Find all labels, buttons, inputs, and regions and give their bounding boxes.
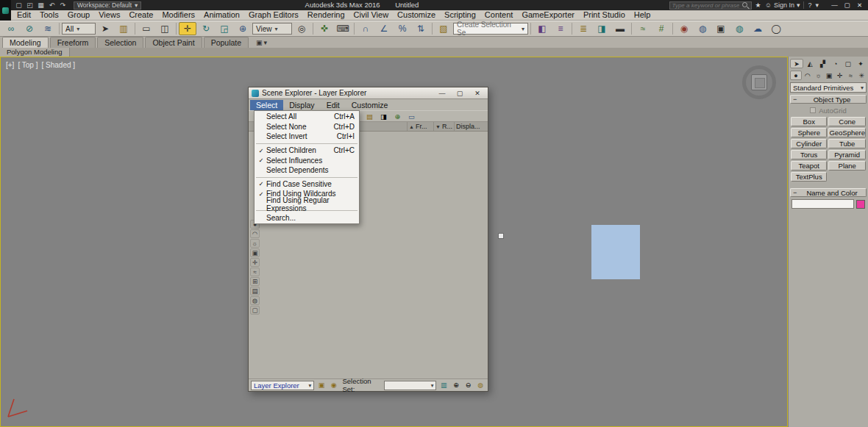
name-color-rollout-header[interactable]: − Name and Color	[790, 188, 867, 197]
menu-gameexporter[interactable]: GameExporter	[517, 10, 579, 20]
menu-help[interactable]: Help	[630, 10, 655, 20]
menu-item-search[interactable]: Search...	[255, 212, 359, 223]
explorer-mode-dropdown[interactable]: Layer Explorer ▾	[251, 381, 314, 390]
explorer-minimize-button[interactable]: —	[435, 90, 449, 97]
explorer-menu-select[interactable]: Select	[250, 100, 283, 110]
button-plane[interactable]: Plane	[828, 161, 866, 171]
named-selection-sets-dropdown[interactable]: Create Selection Se ▾	[453, 23, 528, 35]
new-scene-explorer-icon[interactable]: ▣	[316, 381, 327, 390]
render-in-cloud-icon[interactable]: ☁	[749, 22, 766, 35]
select-and-link-icon[interactable]: ∞	[2, 22, 20, 35]
use-pivot-center-icon[interactable]: ◎	[293, 22, 310, 35]
button-tube[interactable]: Tube	[828, 139, 866, 148]
angle-snap-icon[interactable]: ∠	[375, 22, 393, 35]
render-setup-icon[interactable]: ◍	[694, 22, 711, 35]
menu-scripting[interactable]: Scripting	[440, 10, 480, 20]
curve-editor-icon[interactable]: ≈	[634, 22, 652, 35]
select-and-rotate-icon[interactable]: ↻	[197, 22, 215, 35]
tab-object-paint[interactable]: Object Paint	[145, 37, 202, 48]
add-to-set-icon[interactable]: ⊕	[451, 381, 461, 390]
explorer-close-button[interactable]: ✕	[470, 90, 485, 97]
collapse-all-icon[interactable]: ⊕	[392, 112, 403, 121]
ribbon-config-button[interactable]: ▣ ▾	[256, 39, 267, 48]
menu-item-select-children[interactable]: ✓ Select Children Ctrl+C	[255, 146, 359, 156]
tab-create-icon[interactable]: ➤	[790, 59, 803, 68]
button-teapot[interactable]: Teapot	[791, 161, 827, 171]
select-and-scale-icon[interactable]: ◲	[216, 22, 233, 35]
viewport-pov-menu[interactable]: [ Top ]	[18, 61, 38, 69]
favorites-star-icon[interactable]: ★	[755, 1, 761, 9]
filter-shapes-icon[interactable]: ◠	[250, 229, 260, 238]
spinner-snap-icon[interactable]: ⇅	[412, 22, 430, 35]
expand-all-icon[interactable]: ◨	[378, 112, 389, 121]
object-type-rollout-header[interactable]: − Object Type	[790, 95, 867, 104]
filter-bones-icon[interactable]: ▢	[250, 306, 260, 315]
selection-set-dropdown[interactable]: ▾	[384, 381, 437, 390]
maximize-button[interactable]: ▢	[841, 0, 853, 10]
open-gallery-icon[interactable]: ◯	[767, 22, 785, 35]
menu-print-studio[interactable]: Print Studio	[579, 10, 630, 20]
button-pyramid[interactable]: Pyramid	[828, 150, 866, 159]
primitives-category-dropdown[interactable]: Standard Primitives ▾	[790, 82, 867, 93]
undo-icon[interactable]: ↶	[47, 1, 57, 10]
edit-named-sets-icon[interactable]: ▧	[435, 22, 452, 35]
select-and-place-icon[interactable]: ⊕	[234, 22, 252, 35]
menu-item-select-invert[interactable]: Select Invert Ctrl+I	[255, 132, 359, 142]
bind-to-space-warp-icon[interactable]: ≋	[39, 22, 57, 35]
sign-in-button[interactable]: ☺ Sign In ▾	[765, 1, 800, 9]
column-render[interactable]: ▼ R...	[433, 122, 454, 131]
select-by-name-icon[interactable]: ▥	[115, 22, 132, 35]
menu-edit[interactable]: Edit	[13, 10, 35, 20]
search-icon[interactable]	[741, 1, 749, 9]
material-editor-icon[interactable]: ◉	[675, 22, 693, 35]
button-textplus[interactable]: TextPlus	[791, 172, 827, 182]
open-file-icon[interactable]: ◰	[25, 1, 35, 10]
viewport-shading-menu[interactable]: [ Shaded ]	[41, 61, 75, 69]
toggle-ribbon-icon[interactable]: ▬	[611, 22, 629, 35]
select-and-move-icon[interactable]: ✛	[179, 22, 196, 35]
tab-modeling[interactable]: Modeling	[2, 37, 49, 48]
menu-customize[interactable]: Customize	[393, 10, 440, 20]
viewport-general-menu[interactable]: [+]	[6, 61, 14, 69]
subtract-from-set-icon[interactable]: ⊖	[463, 381, 474, 390]
button-sphere[interactable]: Sphere	[791, 128, 827, 137]
window-crossing-icon[interactable]: ◫	[156, 22, 174, 35]
select-and-manipulate-icon[interactable]: ✜	[316, 22, 333, 35]
tab-freeform[interactable]: Freeform	[50, 37, 96, 48]
panel-polygon-modeling[interactable]: Polygon Modeling	[0, 48, 70, 57]
menu-item-select-influences[interactable]: ✓ Select Influences	[255, 155, 359, 165]
category-systems-icon[interactable]: ✳	[856, 71, 867, 80]
workspace-selector[interactable]: Workspace: Default ▾	[74, 1, 141, 10]
tab-hierarchy-icon[interactable]: ▞	[817, 59, 828, 68]
menu-item-select-dependents[interactable]: Select Dependents	[255, 165, 359, 176]
tab-modify-icon[interactable]: ◭	[804, 59, 816, 68]
explorer-menu-display[interactable]: Display	[283, 100, 320, 110]
explorer-maximize-button[interactable]: ▢	[452, 90, 467, 97]
explorer-menu-customize[interactable]: Customize	[346, 100, 394, 110]
filter-spacewarps-icon[interactable]: ≈	[250, 268, 260, 276]
help-icon[interactable]: ?	[808, 1, 811, 9]
select-object-icon[interactable]: ➤	[96, 22, 114, 35]
redo-icon[interactable]: ↷	[58, 1, 68, 10]
infocenter-search[interactable]	[669, 1, 752, 10]
3dsmax-app-button[interactable]	[0, 0, 11, 21]
mirror-icon[interactable]: ◧	[533, 22, 551, 35]
explorer-title-bar[interactable]: Scene Explorer - Layer Explorer — ▢ ✕	[249, 87, 488, 99]
chevron-down-icon[interactable]: ▾	[815, 1, 819, 9]
category-cameras-icon[interactable]: ▣	[824, 71, 834, 80]
autogrid-checkbox[interactable]	[810, 107, 816, 113]
object-name-field[interactable]	[791, 199, 854, 209]
minimize-button[interactable]: —	[828, 0, 841, 10]
render-production-icon[interactable]: ◍	[730, 22, 748, 35]
category-shapes-icon[interactable]: ◠	[803, 71, 813, 80]
rendered-frame-window-icon[interactable]: ▣	[712, 22, 730, 35]
category-spacewarps-icon[interactable]: ≈	[846, 71, 856, 80]
menu-rendering[interactable]: Rendering	[303, 10, 349, 20]
new-file-icon[interactable]: ▢	[14, 1, 24, 10]
snap-toggle-icon[interactable]: ∩	[357, 22, 374, 35]
button-box[interactable]: Box	[791, 117, 827, 126]
selection-filter-dropdown[interactable]: All ▾	[62, 23, 96, 35]
tab-populate[interactable]: Populate	[204, 37, 249, 48]
explorer-menu-edit[interactable]: Edit	[321, 100, 346, 110]
schematic-view-icon[interactable]: #	[652, 22, 670, 35]
